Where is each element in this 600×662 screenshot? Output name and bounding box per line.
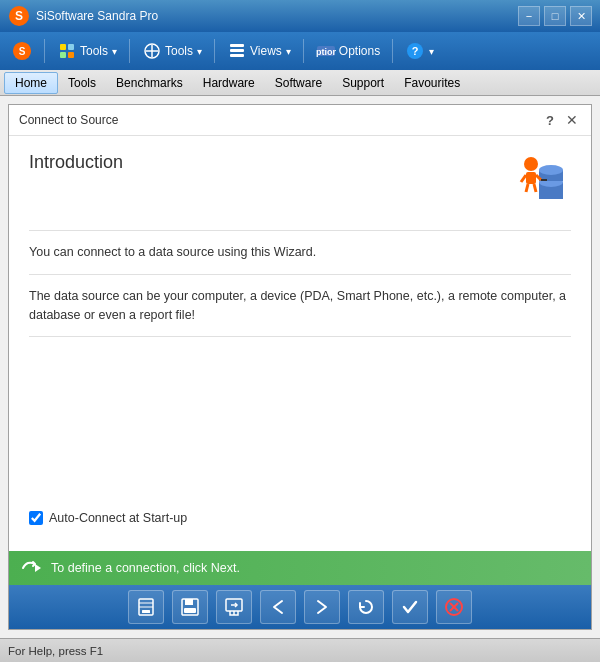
toolbar-help-dropdown: ▾: [429, 46, 434, 57]
tools1-icon: [57, 41, 77, 61]
toolbar-divider-2: [129, 39, 130, 63]
toolbar-views-dropdown: ▾: [286, 46, 291, 57]
main-area: Connect to Source ? ✕ Introduction: [0, 96, 600, 638]
toolbar-divider-3: [214, 39, 215, 63]
toolbar-help[interactable]: ? ▾: [397, 36, 442, 66]
toolbar-database-btn[interactable]: [128, 590, 164, 624]
toolbar-tools2-label: Tools: [165, 44, 193, 58]
svg-point-23: [539, 165, 563, 175]
svg-line-28: [526, 184, 528, 192]
dialog-text-2: The data source can be your computer, a …: [29, 275, 571, 338]
svg-text:Options: Options: [316, 47, 336, 57]
menu-favourites[interactable]: Favourites: [394, 72, 470, 94]
window-controls: − □ ✕: [518, 6, 592, 26]
dialog-text-1: You can connect to a data source using t…: [29, 230, 571, 275]
title-bar: S SiSoftware Sandra Pro − □ ✕: [0, 0, 600, 32]
svg-rect-33: [142, 610, 150, 613]
options-icon: Options: [316, 41, 336, 61]
toolbar-tools2-dropdown: ▾: [197, 46, 202, 57]
app-logo: S: [8, 5, 30, 27]
status-message: To define a connection, click Next.: [51, 561, 240, 575]
auto-connect-row: Auto-Connect at Start-up: [29, 511, 571, 525]
toolbar-cancel-btn[interactable]: [436, 590, 472, 624]
toolbar-save-btn[interactable]: [172, 590, 208, 624]
dialog-body: Introduction: [9, 136, 591, 551]
svg-line-26: [521, 175, 526, 182]
toolbar-divider-5: [392, 39, 393, 63]
svg-rect-35: [185, 599, 193, 605]
toolbar-logo[interactable]: S: [4, 36, 40, 66]
auto-connect-label[interactable]: Auto-Connect at Start-up: [49, 511, 187, 525]
auto-connect-checkbox[interactable]: [29, 511, 43, 525]
svg-rect-13: [230, 54, 244, 57]
window-close-button[interactable]: ✕: [570, 6, 592, 26]
svg-rect-11: [230, 44, 244, 47]
toolbar-share-btn[interactable]: [216, 590, 252, 624]
status-arrow-icon: [19, 556, 43, 580]
help-icon: ?: [405, 41, 425, 61]
views-icon: [227, 41, 247, 61]
toolbar-options[interactable]: Options Options: [308, 36, 388, 66]
toolbar-forward-btn[interactable]: [304, 590, 340, 624]
toolbar-options-label: Options: [339, 44, 380, 58]
dialog-header: Introduction: [29, 152, 571, 210]
toolbar-views[interactable]: Views ▾: [219, 36, 299, 66]
svg-rect-4: [60, 44, 66, 50]
menu-hardware[interactable]: Hardware: [193, 72, 265, 94]
toolbar-divider-4: [303, 39, 304, 63]
svg-rect-7: [68, 52, 74, 58]
toolbar-divider-1: [44, 39, 45, 63]
minimize-button[interactable]: −: [518, 6, 540, 26]
svg-rect-25: [526, 172, 536, 184]
dialog-help-button[interactable]: ?: [541, 111, 559, 129]
dialog-title-controls: ? ✕: [541, 111, 581, 129]
dialog-spacer: [29, 363, 571, 496]
toolbar-back-btn[interactable]: [260, 590, 296, 624]
tools2-icon: [142, 41, 162, 61]
toolbar-tools1[interactable]: Tools ▾: [49, 36, 125, 66]
menu-software[interactable]: Software: [265, 72, 332, 94]
svg-text:S: S: [15, 9, 23, 23]
dialog-titlebar: Connect to Source ? ✕: [9, 105, 591, 136]
menu-benchmarks[interactable]: Benchmarks: [106, 72, 193, 94]
menu-support[interactable]: Support: [332, 72, 394, 94]
dialog-title: Connect to Source: [19, 113, 118, 127]
svg-line-29: [534, 184, 536, 192]
maximize-button[interactable]: □: [544, 6, 566, 26]
svg-text:S: S: [19, 46, 26, 57]
dialog-status-bar: To define a connection, click Next.: [9, 551, 591, 585]
menu-home[interactable]: Home: [4, 72, 58, 94]
main-toolbar: S Tools ▾ Tools ▾: [0, 32, 600, 70]
menu-bar: Home Tools Benchmarks Hardware Software …: [0, 70, 600, 96]
dialog-intro-title: Introduction: [29, 152, 123, 173]
connect-dialog: Connect to Source ? ✕ Introduction: [8, 104, 592, 630]
svg-rect-5: [68, 44, 74, 50]
toolbar-tools1-dropdown: ▾: [112, 46, 117, 57]
toolbar-views-label: Views: [250, 44, 282, 58]
toolbar-tools2[interactable]: Tools ▾: [134, 36, 210, 66]
toolbar-check-btn[interactable]: [392, 590, 428, 624]
status-footer: For Help, press F1: [0, 638, 600, 662]
svg-rect-12: [230, 49, 244, 52]
status-footer-text: For Help, press F1: [8, 645, 103, 657]
wizard-icon: [513, 152, 571, 210]
app-title: SiSoftware Sandra Pro: [36, 9, 518, 23]
svg-rect-6: [60, 52, 66, 58]
toolbar-refresh-btn[interactable]: [348, 590, 384, 624]
dialog-bottom-toolbar: [9, 585, 591, 629]
logo-icon: S: [12, 41, 32, 61]
toolbar-tools1-label: Tools: [80, 44, 108, 58]
dialog-close-button[interactable]: ✕: [563, 111, 581, 129]
dialog-content: You can connect to a data source using t…: [29, 230, 571, 363]
svg-point-24: [524, 157, 538, 171]
svg-rect-36: [184, 608, 196, 613]
svg-text:?: ?: [412, 45, 419, 57]
menu-tools[interactable]: Tools: [58, 72, 106, 94]
